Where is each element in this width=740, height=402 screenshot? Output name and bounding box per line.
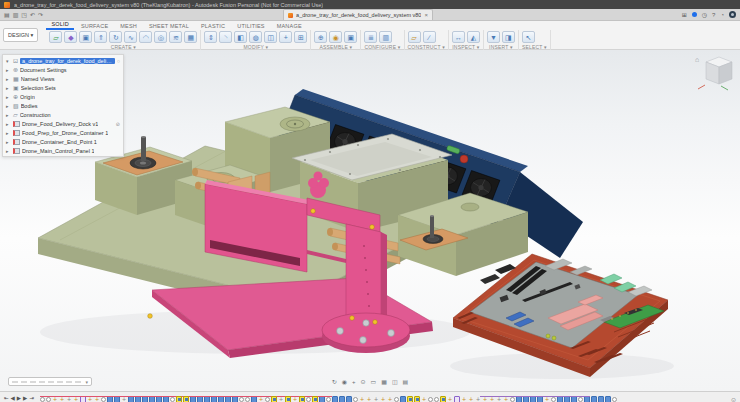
browser-item-label[interactable]: Named Views [21,76,55,82]
app-menu-icon[interactable]: ▤ [4,12,10,18]
browser-item-label[interactable]: Drone_Main_Control_Panel 1 [22,148,94,154]
browser-item-row[interactable]: ▸⊛Document Settings [3,65,123,74]
browser-root-row[interactable]: ▾⊡a_drone_tray_for_derek_food_delivery_s… [3,56,123,65]
document-tab-close-icon[interactable]: × [424,12,428,18]
job-status-icon[interactable]: ◷ [702,12,707,18]
expand-caret-icon[interactable]: ▸ [6,130,11,136]
timeline-feature[interactable] [578,397,583,402]
file-icon[interactable]: ▥ [13,12,19,18]
expand-caret-icon[interactable]: ▾ [6,58,11,64]
tab-solid[interactable]: SOLID [46,21,74,30]
browser-item-label[interactable]: Construction [20,112,51,118]
pan-icon[interactable]: + [352,379,356,385]
browser-item-row[interactable]: ▸▦Named Views [3,74,123,83]
browser-item-label[interactable]: Selection Sets [21,85,56,91]
browser-item-label[interactable]: Document Settings [20,67,66,73]
loft-button[interactable]: ◠ [139,31,152,43]
grid-settings-icon[interactable]: ◫ [392,379,398,385]
timeline-feature[interactable] [239,397,244,402]
browser-item-label[interactable]: Food_Prep_for_Drone_Container 1 [22,130,108,136]
construction-plane-button[interactable]: ▱ [408,31,421,43]
orbit-icon[interactable]: ↻ [332,379,337,385]
timeline-feature-selected[interactable] [407,396,413,402]
timeline-feature[interactable] [434,397,439,402]
configuration-table-button[interactable]: ▥ [379,31,392,43]
timeline-component[interactable] [605,396,611,402]
select-button[interactable]: ↖ [522,31,535,43]
browser-item-row[interactable]: ▸▧Bodies [3,101,123,110]
zoom-icon[interactable]: ⊙ [361,379,366,385]
create-form-button[interactable]: ◆ [64,31,77,43]
configure-button[interactable]: ≣ [364,31,377,43]
timeline-joint[interactable]: + [380,396,386,402]
extensions-icon[interactable]: ⊞ [682,12,687,18]
timeline-feature-plus[interactable]: + [373,396,379,402]
timeline-joint[interactable]: + [421,396,427,402]
redo-icon[interactable]: ↷ [38,12,43,18]
view-cube[interactable]: ⌂ [695,56,732,90]
thread-button[interactable]: ≋ [169,31,182,43]
timeline-group[interactable] [454,396,460,402]
viewcube-home-icon[interactable]: ⌂ [695,56,699,63]
box-button[interactable]: ▣ [79,31,92,43]
timeline-component[interactable] [339,396,345,402]
hole-button[interactable]: ◎ [154,31,167,43]
timeline-feature-selected[interactable] [183,396,189,402]
sweep-button[interactable]: ∿ [124,31,137,43]
expand-caret-icon[interactable]: ▸ [6,103,11,109]
expand-caret-icon[interactable]: ▸ [6,121,11,127]
timeline-feature-selected[interactable] [299,396,305,402]
timeline-feature[interactable] [46,397,51,402]
expand-caret-icon[interactable]: ▸ [6,94,11,100]
browser-component-row[interactable]: ▸Drone_Food_Delivery_Dock v1⊘ [3,119,123,128]
timeline-strip[interactable]: +++++++++++++++++++++++++ [40,396,729,402]
tab-plastic[interactable]: PLASTIC [196,23,230,30]
timeline-component[interactable] [591,396,597,402]
section-analysis-button[interactable]: ◭ [467,31,480,43]
timeline-feature[interactable] [510,397,515,402]
expand-caret-icon[interactable]: ▸ [6,139,11,145]
pattern-button[interactable]: ▦ [184,31,197,43]
measure-button[interactable]: ↔ [452,31,465,43]
timeline-feature-selected[interactable] [312,396,318,402]
chevron-down-icon[interactable]: ▾ [85,379,88,385]
display-settings-icon[interactable]: ▦ [381,379,387,385]
expand-caret-icon[interactable]: ▸ [6,148,11,154]
tab-surface[interactable]: SURFACE [76,23,113,30]
expand-caret-icon[interactable]: ▸ [6,67,11,73]
timeline-step-forward[interactable]: ▶ [23,396,27,402]
expand-caret-icon[interactable]: ▸ [6,76,11,82]
timeline-skip-start[interactable]: ⇤ [4,396,9,402]
timeline-feature[interactable] [306,397,311,402]
browser-item-row[interactable]: ▸▣Selection Sets [3,83,123,92]
comments-pill[interactable]: ▾ [8,377,92,386]
timeline-skip-end[interactable]: ⇥ [29,396,34,402]
timeline-feature[interactable] [40,397,45,402]
timeline-step-back[interactable]: ◀ [11,396,15,402]
browser-item-label[interactable]: Bodies [21,103,38,109]
browser-component-row[interactable]: ▸Drone_Main_Control_Panel 1 [3,146,123,155]
notifications-bell-icon[interactable]: ◔ [720,12,724,18]
insert-mesh-button[interactable]: ▼ [487,31,500,43]
timeline-feature-selected[interactable] [176,396,182,402]
timeline-feature-selected[interactable] [440,396,446,402]
timeline-joint[interactable]: + [468,396,474,402]
combine-button[interactable]: ◍ [249,31,262,43]
timeline-options-icon[interactable]: ⊙ [731,396,736,402]
expand-caret-icon[interactable]: ▸ [6,85,11,91]
undo-icon[interactable]: ↶ [30,12,35,18]
timeline-feature-selected[interactable] [285,396,291,402]
notification-dot[interactable] [692,12,697,17]
timeline-feature-selected[interactable] [271,396,277,402]
save-icon[interactable]: ◳ [21,12,27,18]
insert-decal-button[interactable]: ◨ [502,31,515,43]
tab-manage[interactable]: MANAGE [272,23,307,30]
browser-item-row[interactable]: ▸▱Construction [3,110,123,119]
browser-item-label[interactable]: a_drone_tray_for_derek_food_delivery_sys… [20,58,115,64]
rigid-group-button[interactable]: ▣ [344,31,357,43]
timeline-feature-selected[interactable] [414,396,420,402]
browser-component-row[interactable]: ▸Drone_Container_End_Point 1 [3,137,123,146]
tab-sheet-metal[interactable]: SHEET METAL [144,23,194,30]
viewport[interactable]: ⌂ ▾⊡a_drone_tray_for_derek_food_delivery… [0,50,740,391]
timeline-feature[interactable] [428,397,433,402]
